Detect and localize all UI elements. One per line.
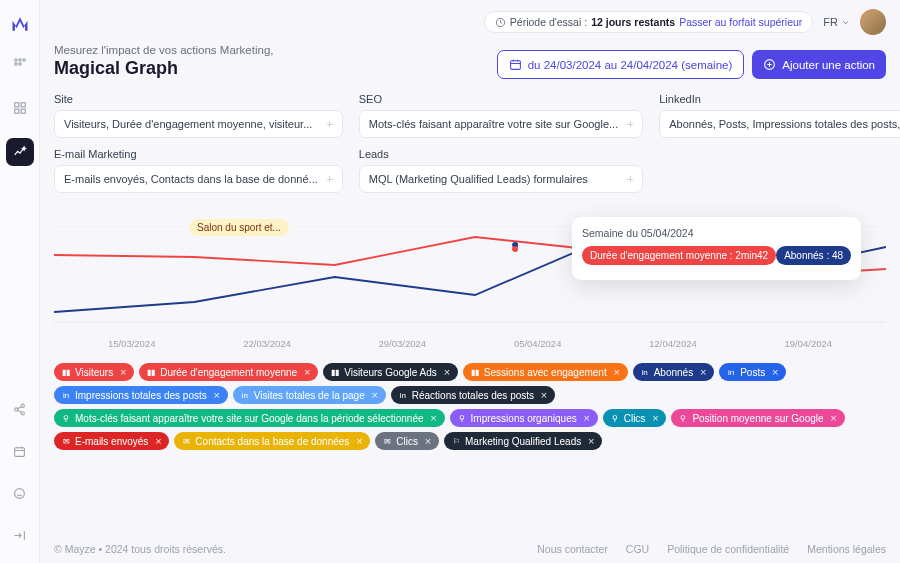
trial-days: 12 jours restants — [591, 16, 675, 28]
footer: © Mayze • 2024 tous droits réservés. Nou… — [54, 533, 886, 555]
clock-icon — [495, 17, 506, 28]
page-subtitle: Mesurez l'impact de vos actions Marketin… — [54, 44, 274, 56]
chip-remove-icon[interactable]: × — [301, 366, 313, 378]
metric-chip[interactable]: ⚲Impressions organiques× — [450, 409, 598, 427]
chip-icon: ⚲ — [610, 413, 620, 423]
footer-link[interactable]: Mentions légales — [807, 543, 886, 555]
svg-point-20 — [512, 246, 518, 252]
chip-remove-icon[interactable]: × — [117, 366, 129, 378]
chart: Salon du sport et... s Google Ads Semain… — [54, 207, 886, 332]
footer-links: Nous contacterCGUPolitique de confidenti… — [537, 543, 886, 555]
metric-chip[interactable]: ▮▮Sessions avec engagement× — [463, 363, 628, 381]
footer-link[interactable]: Politique de confidentialité — [667, 543, 789, 555]
chip-remove-icon[interactable]: × — [828, 412, 840, 424]
metric-chip[interactable]: inPosts× — [719, 363, 786, 381]
sidebar — [0, 0, 40, 563]
avatar[interactable] — [860, 9, 886, 35]
nav-dashboard-icon[interactable] — [6, 94, 34, 122]
chip-remove-icon[interactable]: × — [428, 412, 440, 424]
share-icon[interactable] — [6, 395, 34, 423]
tooltip-title: Semaine du 05/04/2024 — [582, 227, 851, 239]
filter-seo-select[interactable]: Mots-clés faisant apparaître votre site … — [359, 110, 643, 138]
x-tick: 22/03/2024 — [243, 338, 291, 349]
metric-chip[interactable]: ✉Contacts dans la base de données× — [174, 432, 370, 450]
metric-chip[interactable]: inImpressions totales des posts× — [54, 386, 228, 404]
metric-chip[interactable]: ▮▮Visiteurs Google Ads× — [323, 363, 458, 381]
chip-icon: in — [640, 367, 650, 377]
svg-rect-12 — [15, 447, 25, 456]
calendar-icon[interactable] — [6, 437, 34, 465]
add-action-button[interactable]: Ajouter une action — [752, 50, 886, 79]
filter-email-select[interactable]: E-mails envoyés, Contacts dans la base d… — [54, 165, 343, 193]
metric-chip[interactable]: inAbonnés× — [633, 363, 714, 381]
svg-point-0 — [14, 59, 16, 61]
chip-label: Clics — [396, 436, 418, 447]
chip-remove-icon[interactable]: × — [152, 435, 164, 447]
chip-label: Impressions totales des posts — [75, 390, 207, 401]
chip-icon: ⚐ — [451, 436, 461, 446]
chip-label: Visiteurs — [75, 367, 113, 378]
chip-icon: ⚲ — [678, 413, 688, 423]
upgrade-link[interactable]: Passer au forfait supérieur — [679, 16, 802, 28]
svg-point-13 — [15, 488, 25, 498]
metric-chip[interactable]: ▮▮Visiteurs× — [54, 363, 134, 381]
filter-site-select[interactable]: Visiteurs, Durée d'engagement moyenne, v… — [54, 110, 343, 138]
filter-linkedin-label: LinkedIn — [659, 93, 900, 105]
metric-chip[interactable]: inVisites totales de la page× — [233, 386, 386, 404]
emoji-icon[interactable] — [6, 479, 34, 507]
chip-label: Visiteurs Google Ads — [344, 367, 437, 378]
chip-label: Mots-clés faisant apparaître votre site … — [75, 413, 424, 424]
chip-remove-icon[interactable]: × — [585, 435, 597, 447]
chip-remove-icon[interactable]: × — [769, 366, 781, 378]
filter-linkedin-select[interactable]: Abonnés, Posts, Impressions totales des … — [659, 110, 900, 138]
chip-label: Réactions totales des posts — [412, 390, 534, 401]
chip-label: Abonnés — [654, 367, 693, 378]
svg-rect-7 — [14, 109, 18, 113]
logo — [10, 14, 30, 34]
chip-remove-icon[interactable]: × — [538, 389, 550, 401]
chip-label: Position moyenne sur Google — [692, 413, 823, 424]
filter-leads-select[interactable]: MQL (Marketing Qualified Leads) formulai… — [359, 165, 643, 193]
svg-rect-5 — [14, 103, 18, 107]
svg-point-1 — [18, 59, 20, 61]
chip-icon: ▮▮ — [146, 367, 156, 377]
trial-badge: Période d'essai : 12 jours restants Pass… — [484, 11, 814, 33]
svg-rect-15 — [510, 61, 520, 70]
metric-chip[interactable]: ⚲Mots-clés faisant apparaître votre site… — [54, 409, 445, 427]
svg-point-4 — [18, 63, 20, 65]
metric-chip[interactable]: ⚲Position moyenne sur Google× — [671, 409, 844, 427]
chip-remove-icon[interactable]: × — [441, 366, 453, 378]
language-selector[interactable]: FR — [823, 16, 850, 28]
chip-remove-icon[interactable]: × — [611, 366, 623, 378]
chip-icon: ▮▮ — [61, 367, 71, 377]
chip-remove-icon[interactable]: × — [649, 412, 661, 424]
chip-remove-icon[interactable]: × — [353, 435, 365, 447]
filter-email-label: E-mail Marketing — [54, 148, 343, 160]
chip-icon: ⚲ — [61, 413, 71, 423]
metric-chip[interactable]: ✉E-mails envoyés× — [54, 432, 169, 450]
footer-link[interactable]: Nous contacter — [537, 543, 608, 555]
metric-chip[interactable]: ⚐Marketing Qualified Leads× — [444, 432, 602, 450]
metric-chip[interactable]: ▮▮Durée d'engagement moyenne× — [139, 363, 318, 381]
date-range-button[interactable]: du 24/03/2024 au 24/04/2024 (semaine) — [497, 50, 745, 79]
chip-remove-icon[interactable]: × — [422, 435, 434, 447]
metric-chip[interactable]: ⚲Clics× — [603, 409, 667, 427]
chip-remove-icon[interactable]: × — [697, 366, 709, 378]
filter-seo-label: SEO — [359, 93, 643, 105]
logout-icon[interactable] — [6, 521, 34, 549]
metric-chip[interactable]: inRéactions totales des posts× — [391, 386, 555, 404]
footer-link[interactable]: CGU — [626, 543, 649, 555]
page-title: Magical Graph — [54, 58, 274, 79]
chip-remove-icon[interactable]: × — [369, 389, 381, 401]
nav-magical-graph-icon[interactable] — [6, 138, 34, 166]
tooltip-item: Abonnés : 48 — [776, 246, 851, 265]
nav-overview-icon[interactable] — [6, 50, 34, 78]
svg-point-9 — [21, 404, 24, 407]
chip-remove-icon[interactable]: × — [211, 389, 223, 401]
plus-circle-icon — [763, 58, 776, 71]
chip-remove-icon[interactable]: × — [581, 412, 593, 424]
filter-leads-label: Leads — [359, 148, 643, 160]
chip-icon: in — [61, 390, 71, 400]
chart-tooltip: Semaine du 05/04/2024 Durée d'engagement… — [572, 217, 861, 280]
metric-chip[interactable]: ✉Clics× — [375, 432, 439, 450]
